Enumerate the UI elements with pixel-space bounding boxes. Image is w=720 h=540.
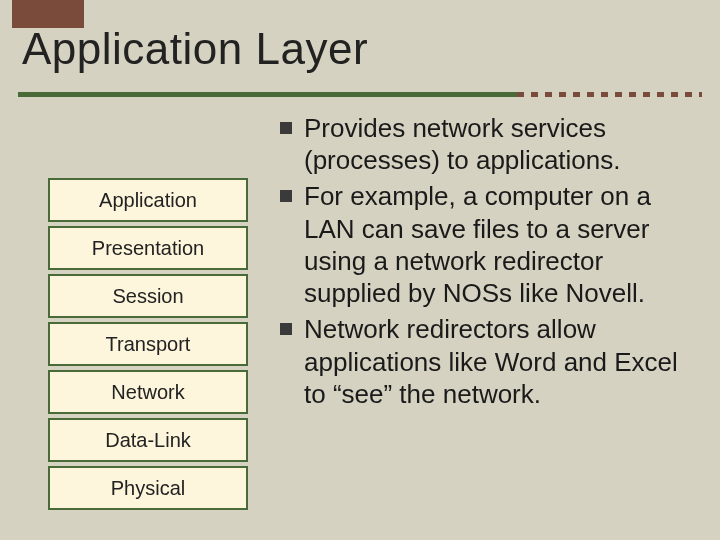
slide: Application Layer Application Presentati… — [0, 0, 720, 540]
bullet-square-icon — [280, 323, 292, 335]
bullet-text: For example, a computer on a LAN can sav… — [304, 181, 651, 308]
bullet-list: Provides network services (processes) to… — [278, 112, 698, 414]
bullet-square-icon — [280, 190, 292, 202]
layer-box-presentation: Presentation — [48, 226, 248, 270]
layer-box-transport: Transport — [48, 322, 248, 366]
slide-title: Application Layer — [22, 24, 368, 74]
layer-box-physical: Physical — [48, 466, 248, 510]
layer-label: Session — [112, 285, 183, 308]
layer-label: Application — [99, 189, 197, 212]
underline-solid — [18, 92, 517, 97]
layer-label: Network — [111, 381, 184, 404]
underline-dashed — [517, 92, 702, 97]
bullet-text: Provides network services (processes) to… — [304, 113, 620, 175]
layer-box-application: Application — [48, 178, 248, 222]
bullet-text: Network redirectors allow applications l… — [304, 314, 678, 408]
layer-box-network: Network — [48, 370, 248, 414]
bullet-item: For example, a computer on a LAN can sav… — [278, 180, 698, 309]
bullet-item: Network redirectors allow applications l… — [278, 313, 698, 410]
layer-label: Transport — [106, 333, 191, 356]
osi-layer-stack: Application Presentation Session Transpo… — [48, 178, 248, 514]
layer-box-data-link: Data-Link — [48, 418, 248, 462]
layer-label: Physical — [111, 477, 185, 500]
bullet-item: Provides network services (processes) to… — [278, 112, 698, 176]
bullet-square-icon — [280, 122, 292, 134]
layer-label: Presentation — [92, 237, 204, 260]
title-underline — [18, 92, 702, 104]
layer-label: Data-Link — [105, 429, 191, 452]
layer-box-session: Session — [48, 274, 248, 318]
